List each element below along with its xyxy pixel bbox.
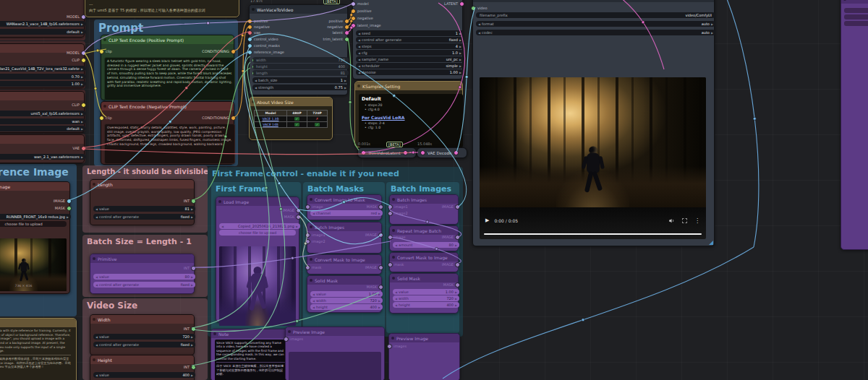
LATENT-output[interactable]: LATENT [444, 1, 464, 7]
value-widget[interactable]: ◀value1.00▶ [393, 289, 459, 295]
image1-input[interactable]: image1 [305, 232, 326, 238]
batch_size-widget[interactable]: ◀batch_size1▶ [252, 77, 349, 83]
node-convert-mask-to-image[interactable]: Convert Mask to ImagemaskIMAGE [389, 252, 459, 272]
play-button[interactable]: ▶ [485, 217, 489, 223]
decrement-arrow[interactable]: ◀ [255, 86, 257, 90]
decrement-arrow[interactable]: ◀ [95, 283, 98, 287]
node-clip-text-encode-negative[interactable]: CLIP Text Encode (Negative Prompt)clipCO… [101, 101, 234, 165]
increment-arrow[interactable]: ▶ [81, 127, 83, 131]
increment-arrow[interactable]: ▶ [81, 112, 83, 116]
strength_clip-widget[interactable]: ◀strength_clip1.00▶ [0, 81, 85, 87]
control after generate-widget[interactable]: ◀control after generatefixed▶ [93, 214, 195, 220]
increment-arrow[interactable]: ▶ [378, 293, 380, 296]
increment-arrow[interactable]: ▶ [711, 31, 713, 35]
height-widget[interactable]: ◀height400▶ [310, 304, 383, 310]
format-widget[interactable]: ◀formatauto▶ [476, 21, 715, 27]
decrement-arrow[interactable]: ◀ [221, 225, 224, 228]
images-input[interactable]: images [284, 336, 303, 342]
node-vae-decode[interactable]: VAE Decode [417, 147, 467, 158]
node-header[interactable] [841, 0, 868, 4]
increment-arrow[interactable]: ▶ [81, 67, 83, 71]
node-header[interactable]: Width [90, 315, 194, 324]
video-input[interactable]: video [471, 5, 488, 11]
increment-arrow[interactable]: ▶ [459, 58, 461, 61]
strength_model-widget[interactable]: ◀strength_model0.70▶ [0, 74, 85, 79]
decrement-arrow[interactable]: ◀ [358, 58, 360, 61]
node-repeat-image-batch[interactable]: Repeat Image BatchimageIMAGE◀amount80▶ [389, 225, 459, 251]
value-widget[interactable]: ◀value81▶ [93, 206, 195, 212]
IMAGE-output[interactable]: IMAGE [442, 262, 460, 267]
value-widget[interactable]: ◀value1.00▶ [310, 291, 383, 297]
decrement-arrow[interactable]: ◀ [95, 343, 98, 347]
increment-arrow[interactable]: ▶ [459, 51, 461, 55]
node-header[interactable]: Load VAE [0, 135, 84, 144]
strength-widget[interactable]: ◀strength0.75▶ [252, 85, 349, 90]
comfyui-canvas[interactable]: Diffusion ModelLoRACLIPVAEPromptReferenc… [0, 0, 868, 380]
control after generate-widget[interactable]: ◀control after generatefixed▶ [93, 282, 195, 288]
node-header[interactable]: Batch Images [307, 223, 381, 231]
node-header[interactable]: Convert Image to Mask [307, 195, 381, 204]
kebab-menu-icon[interactable]: ⋮ [694, 217, 700, 224]
IMAGE-output[interactable]: IMAGE [365, 232, 383, 238]
channel-widget[interactable]: ◀channelred▶ [310, 210, 383, 216]
value-widget[interactable]: ◀value400▶ [93, 372, 195, 378]
node-batch-images-masks[interactable]: Batch Imagesimage1image2IMAGE [307, 222, 382, 254]
node-load-vae[interactable]: Load VAEVAE◀vae_namewan_2.1_vae.safetens… [0, 134, 85, 163]
node-header[interactable]: About Video Size [250, 98, 332, 106]
node-header[interactable]: Preview Image [389, 334, 459, 342]
decrement-arrow[interactable]: ◀ [395, 297, 397, 301]
decrement-arrow[interactable]: ◀ [358, 51, 360, 55]
value-widget[interactable]: ◀Copied_20250616_213821.png▶ [219, 223, 300, 229]
node-header[interactable]: Load Image [0, 182, 69, 191]
decrement-arrow[interactable]: ◀ [312, 299, 315, 303]
IMAGE-output[interactable]: IMAGE [442, 204, 460, 210]
control_video-input[interactable]: control_video [247, 36, 278, 42]
filename_prefix-widget[interactable]: filename_prefixvideo/ComfyUI [476, 12, 715, 18]
decrement-arrow[interactable]: ◀ [358, 64, 360, 68]
decrement-arrow[interactable]: ◀ [478, 22, 480, 26]
increment-arrow[interactable]: ▶ [344, 79, 346, 82]
mask-input[interactable]: mask [305, 264, 321, 270]
value-widget[interactable]: ◀RUNNER_FRONT_16x9 redux.jpg▶ [0, 214, 71, 220]
device-widget[interactable]: ◀devicedefault▶ [0, 126, 85, 131]
image2-input[interactable]: image2 [305, 238, 326, 244]
progress-bar[interactable] [484, 233, 702, 236]
increment-arrow[interactable]: ▶ [81, 120, 83, 124]
length-widget[interactable]: length81 [252, 70, 349, 76]
increment-arrow[interactable]: ▶ [459, 38, 461, 42]
fullscreen-icon[interactable] [681, 217, 688, 224]
increment-arrow[interactable]: ▶ [378, 299, 380, 303]
increment-arrow[interactable]: ▶ [459, 71, 461, 74]
VAE-output[interactable]: VAE [72, 145, 86, 151]
decrement-arrow[interactable]: ◀ [312, 212, 315, 215]
amount-widget[interactable]: ◀amount80▶ [393, 242, 459, 248]
positive-input[interactable]: positive [351, 8, 372, 14]
node-clip-text-encode-positive[interactable]: CLIP Text Encode (Positive Prompt)clipCO… [101, 35, 234, 100]
decrement-arrow[interactable]: ◀ [95, 335, 98, 339]
control after generate-widget[interactable]: ◀control after generatefixed▶ [93, 342, 195, 347]
node-load-clip[interactable]: Load CLIPCLIP◀clip_nameumt5_xxl_fp16.saf… [0, 91, 85, 133]
image2-input[interactable]: image2 [388, 210, 408, 216]
increment-arrow[interactable]: ▶ [378, 212, 380, 215]
node-header[interactable]: Save Video [473, 0, 714, 2]
negative-input[interactable]: negative [247, 24, 270, 30]
node-load-diffusion-model[interactable]: Load Diffusion ModelMODEL◀WANwan2.1_vace… [0, 0, 85, 38]
decrement-arrow[interactable]: ◀ [478, 31, 480, 35]
increment-arrow[interactable]: ▶ [711, 22, 713, 26]
node-ff-load-image[interactable]: Load ImageIMAGEMASK◀Copied_20250616_2138… [216, 197, 299, 322]
codec-widget[interactable]: ◀codecauto▶ [476, 30, 715, 35]
node-ref-note[interactable]: NoteVACE uses data with style reference … [0, 318, 77, 380]
decrement-arrow[interactable]: ◀ [312, 293, 315, 296]
steps-widget[interactable]: ◀steps4▶ [356, 43, 464, 49]
scheduler-widget[interactable]: ◀schedulersimple▶ [356, 63, 464, 69]
CONDITIONING-output[interactable]: CONDITIONING [202, 115, 236, 121]
seed-widget[interactable]: ◀seed1▶ [356, 30, 464, 36]
increment-arrow[interactable]: ▶ [81, 30, 83, 34]
node-header[interactable]: Convert Mask to Image [390, 253, 458, 262]
node-solid-mask[interactable]: Solid MaskMASK◀value1.00▶◀width720▶◀heig… [389, 273, 459, 314]
volume-icon[interactable] [668, 217, 675, 224]
MODEL-output[interactable]: MODEL [67, 14, 86, 20]
node-about-video-size[interactable]: About Video SizeModel480P720PVACE 1.3B✓✗… [249, 97, 333, 140]
MODEL-output[interactable]: MODEL [67, 50, 86, 56]
node-header[interactable]: CLIP Text Encode (Negative Prompt) [101, 102, 234, 111]
